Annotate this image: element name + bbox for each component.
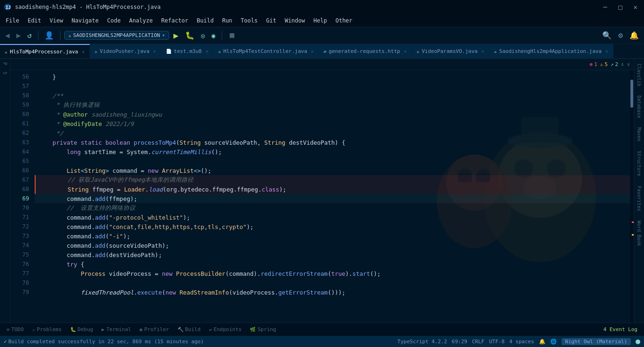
menu-window[interactable]: Window [281, 16, 308, 25]
code-text: ); [279, 186, 286, 193]
tab-generated-requests[interactable]: ⇌ generated-requests.http ✕ [319, 44, 412, 58]
menu-refactor[interactable]: Refactor [157, 16, 192, 25]
code-text: ( [176, 139, 180, 146]
line-num-79: 79 [10, 288, 35, 297]
code-text: <> [194, 167, 201, 174]
tab-hlstomp4processor[interactable]: ☕ HlsToMp4Processor.java ✕ [0, 44, 90, 58]
problems-tab[interactable]: ⚠ Problems [29, 325, 66, 333]
menu-navigate[interactable]: Navigate [68, 16, 103, 25]
line-ending[interactable]: CRLF [472, 339, 485, 345]
tab-hlstestcontroller[interactable]: ☕ HlsToMp4TestController.java ✕ [213, 44, 319, 58]
profiler-tab[interactable]: ◉ Profiler [136, 325, 173, 333]
code-text: long [67, 148, 81, 155]
spring-tab[interactable]: 🌿 Spring [246, 325, 280, 333]
database-panel[interactable]: Database [635, 91, 643, 123]
code-editor[interactable]: 56 57 58 59 60 61 62 63 64 65 66 67 68 6… [10, 70, 634, 323]
coverage-button[interactable]: ◎ [199, 31, 207, 40]
tab-label4: HlsToMp4TestController.java [223, 48, 307, 54]
error-badge[interactable]: ⊗ 1 [590, 61, 597, 67]
project-panel-icon[interactable]: P [1, 61, 9, 66]
tab-close-icon7[interactable]: ✕ [606, 49, 608, 54]
line-num-75: 75 [10, 250, 35, 259]
menu-git[interactable]: Git [262, 16, 280, 25]
maven-panel[interactable]: Maven [635, 123, 643, 146]
close-button[interactable]: ✕ [631, 2, 640, 12]
tab-saodishengapp[interactable]: ☕ SaodishengHls2mp4Application.java ✕ [489, 44, 614, 58]
tab-close-icon3[interactable]: ✕ [205, 49, 208, 54]
code-text: (); [201, 167, 211, 174]
toolbar-forward-button[interactable]: ▶ [14, 30, 23, 41]
debug-tab[interactable]: 🐛 Debug [67, 325, 97, 333]
run-button[interactable]: ▶ [171, 30, 181, 41]
tab-close-icon[interactable]: ✕ [82, 49, 85, 54]
main-content: P S ⊗ 1 ⚠ 5 ↗ 2 ∧ ∨ [0, 59, 644, 323]
code-text [158, 167, 162, 174]
structure-panel-icon[interactable]: S [1, 70, 9, 76]
tab-testm3u8[interactable]: 📄 test.m3u8 ✕ [161, 44, 214, 58]
tab-close-icon5[interactable]: ✕ [404, 49, 407, 54]
hint-count: 2 [615, 61, 618, 67]
code-text: String [67, 186, 89, 193]
hint-badge[interactable]: ↗ 2 [611, 61, 618, 67]
classlib-panel[interactable]: Classlib [635, 59, 643, 91]
terminal-tab[interactable]: ▶ Terminal [98, 325, 135, 333]
fold-down-icon[interactable]: ∨ [627, 61, 630, 67]
tab-close-icon4[interactable]: ✕ [311, 49, 314, 54]
warning-badge[interactable]: ⚠ 5 [600, 61, 607, 67]
indent[interactable]: 4 spaces [509, 339, 534, 345]
tab-videopusher[interactable]: ☕ VideoPusher.java ✕ [90, 44, 161, 58]
debug-button[interactable]: 🐛 [183, 30, 197, 41]
stop-button[interactable]: ⏹ [226, 30, 238, 41]
code-text [38, 148, 67, 155]
toolbar-back-button[interactable]: ◀ [3, 30, 12, 41]
structure-panel[interactable]: Structure [635, 146, 643, 181]
menu-help[interactable]: Help [310, 16, 331, 25]
menu-edit[interactable]: Edit [24, 16, 45, 25]
search-everywhere-button[interactable]: 🔍 [600, 30, 614, 41]
settings-button[interactable]: ⚙ [616, 30, 625, 41]
code-text: . [134, 289, 137, 296]
ts-version[interactable]: TypeScript 4.2.2 [397, 339, 447, 345]
scrollbar[interactable] [630, 70, 634, 323]
build-tab[interactable]: 🔨 Build [174, 325, 204, 333]
menu-other[interactable]: Other [332, 16, 356, 25]
run-configuration-selector[interactable]: ☕ SAODISHENGHLS2MP4APPLICATION ▾ [64, 31, 169, 40]
tab-videoparamsvo[interactable]: ☕ VideoParamsVO.java ✕ [412, 44, 489, 58]
line-num-68: 68 [10, 185, 35, 194]
todo-icon: ≡ [7, 327, 9, 332]
toolbar-user-button[interactable]: 👤 [42, 30, 56, 41]
favorites-panel[interactable]: Favorites [635, 181, 643, 216]
theme-selector[interactable]: Night Owl (Material) [562, 338, 631, 345]
encoding[interactable]: UTF-8 [489, 339, 504, 345]
tab-close-icon6[interactable]: ✕ [481, 49, 484, 54]
code-text: getErrorStream [278, 289, 328, 296]
tab-java-icon5: ☕ [494, 49, 497, 54]
menu-build[interactable]: Build [193, 16, 217, 25]
menu-code[interactable]: Code [104, 16, 125, 25]
code-line-69: command.add(ffmpeg); [35, 194, 630, 203]
line-col[interactable]: 69:29 [452, 339, 467, 345]
endpoints-tab[interactable]: ⇌ Endpoints [205, 325, 246, 333]
wordbook-panel[interactable]: Word Book [635, 216, 643, 251]
menu-analyze[interactable]: Analyze [125, 16, 157, 25]
code-text: execute [137, 289, 162, 296]
menu-file[interactable]: File [2, 16, 23, 25]
scroll-thumb[interactable] [630, 80, 633, 108]
code-text: ( [105, 223, 109, 230]
line-num-62: 62 [10, 128, 35, 138]
tab-close-icon2[interactable]: ✕ [153, 49, 156, 54]
minimize-button[interactable]: ─ [600, 2, 610, 12]
code-text: private [52, 139, 77, 146]
code-text: 2022/1/9 [102, 120, 134, 127]
code-text: String [264, 139, 285, 146]
fold-up-icon[interactable]: ∧ [621, 61, 624, 67]
maximize-button[interactable]: □ [615, 2, 625, 12]
profile-button[interactable]: ◉ [209, 31, 217, 40]
menu-tools[interactable]: Tools [237, 16, 262, 25]
menu-view[interactable]: View [46, 16, 67, 25]
toolbar-refresh-button[interactable]: ↺ [25, 30, 34, 41]
menu-run[interactable]: Run [218, 16, 236, 25]
event-log-tab[interactable]: 4 Event Log [599, 325, 641, 333]
notifications-button[interactable]: 🔔 [627, 30, 641, 41]
todo-tab[interactable]: ≡ TODO [3, 325, 28, 333]
